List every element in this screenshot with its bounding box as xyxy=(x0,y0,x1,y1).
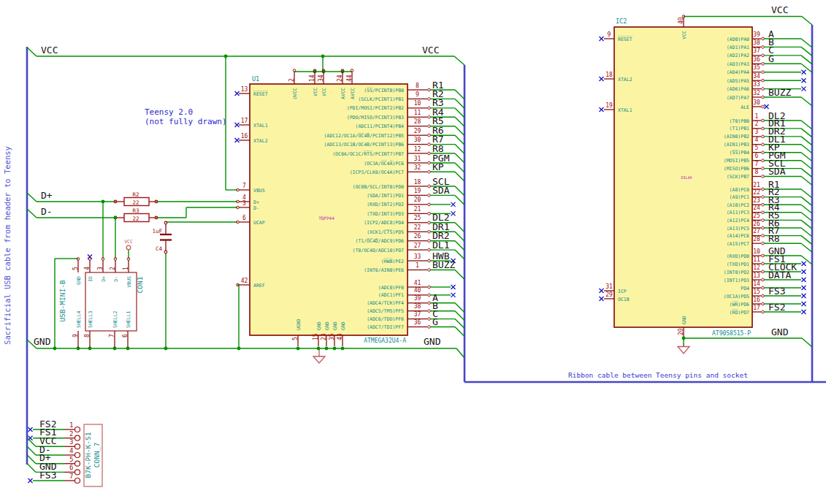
pin-terminal xyxy=(428,107,431,110)
ribbon-note: Ribbon cable between Teensy pins and soc… xyxy=(568,371,748,379)
schematic-drawing: 8(S̅S̅/PCINT0)PB0R19(SCLK/PCINT1)PB1R210… xyxy=(0,0,826,504)
pin-number: 26 xyxy=(753,221,760,227)
wire xyxy=(801,189,812,198)
pin-name: VCC xyxy=(681,31,687,39)
pin-name: SHELL3 xyxy=(88,310,93,328)
pin-name: (T0)PB0 xyxy=(730,118,749,124)
pin-name: (TXD/INT3)PD3 xyxy=(367,211,404,217)
pin-pad xyxy=(75,435,80,440)
pin-number: 40 xyxy=(414,287,421,294)
net-label: G xyxy=(768,53,774,64)
pin-terminal xyxy=(762,143,765,146)
wire xyxy=(801,153,812,161)
pin-number: 9 xyxy=(416,91,419,98)
pin-name: (ADC1)PF1 xyxy=(378,292,404,298)
pin-number: 3 xyxy=(97,267,104,270)
junction-dot xyxy=(297,347,300,351)
pin-name: (ADC6/TDO)PF6 xyxy=(367,316,404,322)
net-label-vcc-left: VCC xyxy=(41,45,58,56)
pin-number: 15 xyxy=(753,289,760,295)
pin-number: 33 xyxy=(753,81,760,88)
pin-number: 17 xyxy=(241,118,248,124)
junction-dot xyxy=(682,337,686,340)
pin-terminal xyxy=(428,134,431,137)
usb-connector-name: USB-MINI-B xyxy=(58,280,66,321)
pin-name: AVCC xyxy=(350,88,356,99)
no-connect-icon xyxy=(28,427,33,432)
pin-terminal xyxy=(762,127,765,130)
pin-terminal xyxy=(762,63,765,66)
no-connect-icon xyxy=(235,123,240,127)
pin-number: 13 xyxy=(241,86,248,93)
pin-name: (S̅S̅)PB4 xyxy=(730,150,749,156)
no-connect-icon xyxy=(451,285,456,289)
pin-terminal xyxy=(428,221,431,224)
junction-dot xyxy=(114,216,118,220)
pin-name: D- xyxy=(253,205,259,211)
pin-name: (ADC11/PCINT4)PB4 xyxy=(355,123,404,129)
pin-name: (OC0B/SCL/INT0)PD0 xyxy=(353,184,405,190)
pin-number: 5 xyxy=(72,267,79,270)
pin-terminal xyxy=(428,203,431,206)
pin-terminal xyxy=(428,286,431,289)
wire xyxy=(455,241,464,251)
pin-number: 3 xyxy=(755,129,759,135)
pin-name: (A11)PC3 xyxy=(727,210,749,215)
pin-pad xyxy=(75,478,80,484)
pin-terminal xyxy=(762,96,765,99)
pin-number: 23 xyxy=(321,333,327,340)
pin-terminal xyxy=(428,185,431,188)
pin-number: 2 xyxy=(110,267,116,270)
c4-value: 1uF xyxy=(152,228,162,234)
net-label-vcc-mid: VCC xyxy=(422,45,439,56)
pin-number: 13 xyxy=(753,272,760,279)
pin-terminal xyxy=(428,171,431,174)
pin-number: 39 xyxy=(753,31,760,38)
pin-name: (ICP2/ADC8)PD4 xyxy=(364,220,404,226)
wire xyxy=(801,161,812,169)
pin-name: (MISO)PB6 xyxy=(724,166,749,172)
pin-number: 30 xyxy=(414,137,421,143)
wire xyxy=(455,126,464,136)
ic2-value: DIL40 xyxy=(681,175,692,180)
pin-number: 9 xyxy=(72,334,79,337)
net-label-dplus: D+ xyxy=(41,190,53,201)
pin-name: (XCK1/C̅T̅S̅)PD5 xyxy=(367,229,404,235)
pin-terminal xyxy=(762,188,765,191)
wire xyxy=(455,117,464,126)
pin-name: (INT0)PD2 xyxy=(724,270,749,275)
pin-number: 28 xyxy=(753,236,760,243)
c4-reference: C4 xyxy=(156,245,163,252)
pin-name: GND xyxy=(681,316,687,324)
pin-name: (SCLK/PCINT1)PB1 xyxy=(358,96,404,102)
wire xyxy=(455,186,464,196)
r2-reference: R2 xyxy=(132,191,139,198)
pin-terminal xyxy=(762,135,765,138)
schematic-sheet: 8(S̅S̅/PCINT0)PB0R19(SCLK/PCINT1)PB1R210… xyxy=(0,0,826,504)
pin-name: (A9)PC1 xyxy=(730,194,749,200)
pin-number: 31 xyxy=(414,156,421,162)
vcc-symbol-label: VCC xyxy=(124,239,133,245)
net-label-vcc-ic2: VCC xyxy=(771,4,788,15)
gnd-symbol-u1 xyxy=(313,348,325,363)
pin-name: GND xyxy=(324,321,330,330)
pin-name: (AD2)PA2 xyxy=(727,53,749,58)
net-label: BUZZ xyxy=(768,87,791,98)
pin-number: 35 xyxy=(329,333,335,340)
u1-reference: U1 xyxy=(252,75,259,83)
pin-number: 21 xyxy=(753,182,760,188)
pin-name: (ADC4/TCK)PF4 xyxy=(367,300,404,306)
pin-name: ALE xyxy=(741,104,749,110)
pin-name: (H̅W̅B̅)PE2 xyxy=(381,258,404,264)
net-label: R8 xyxy=(768,233,780,244)
usb-connector-ref: CON1 xyxy=(136,276,144,293)
junction-dot xyxy=(317,347,321,351)
pin-name: (W̅R̅)PD6 xyxy=(730,301,749,307)
net-label: BUZZ xyxy=(432,259,455,270)
pin-number: 12 xyxy=(753,264,760,271)
junction-dot xyxy=(164,347,168,351)
wire xyxy=(801,220,812,229)
pin-number: 3 xyxy=(69,438,73,446)
no-connect-icon xyxy=(802,310,806,314)
no-connect-icon xyxy=(802,261,806,266)
